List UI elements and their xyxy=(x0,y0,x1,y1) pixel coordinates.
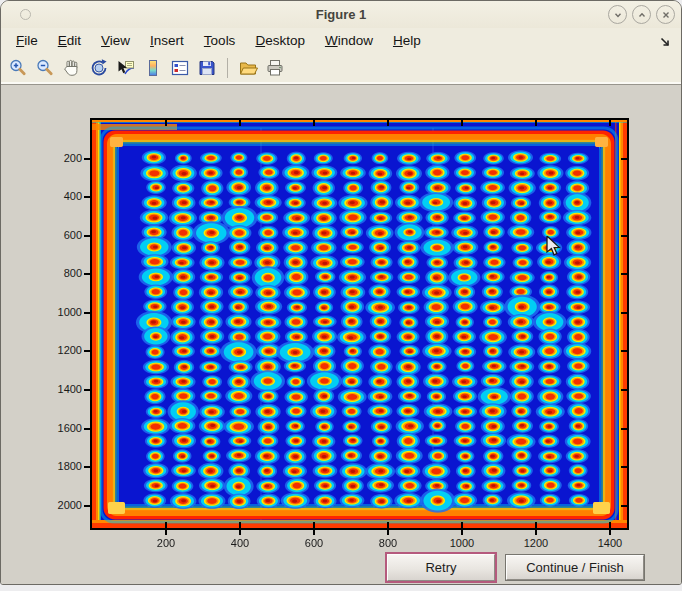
open-file-button[interactable] xyxy=(237,57,259,79)
tick-mark xyxy=(84,196,90,198)
tick-label: 1600 xyxy=(58,422,82,434)
zoom-in-button[interactable] xyxy=(7,57,29,79)
window-controls xyxy=(608,5,675,24)
pan-button[interactable] xyxy=(61,57,83,79)
tick-label: 800 xyxy=(64,268,82,280)
tick-mark xyxy=(621,273,627,275)
tick-mark xyxy=(621,235,627,237)
tick-mark xyxy=(621,428,627,430)
figure-background: 2004006008001000120014002004006008001000… xyxy=(1,84,681,585)
tick-mark xyxy=(535,120,537,126)
tick-label: 1400 xyxy=(598,537,622,549)
tick-mark xyxy=(84,235,90,237)
tick-mark xyxy=(621,505,627,507)
plot-axes: 2004006008001000120014002004006008001000… xyxy=(90,118,629,530)
tick-mark xyxy=(535,530,537,535)
tick-label: 400 xyxy=(64,191,82,203)
tick-label: 2000 xyxy=(58,499,82,511)
close-button[interactable] xyxy=(656,5,675,24)
menu-item-insert[interactable]: Insert xyxy=(140,30,194,51)
zoom-out-button[interactable] xyxy=(34,57,56,79)
tick-mark xyxy=(84,389,90,391)
title-bar[interactable]: Figure 1 xyxy=(1,1,681,28)
maximize-button[interactable] xyxy=(632,5,651,24)
tick-mark xyxy=(165,530,167,535)
tick-label: 1400 xyxy=(58,383,82,395)
tick-mark xyxy=(535,522,537,528)
save-figure-button[interactable] xyxy=(196,57,218,79)
menu-overflow-arrow-icon[interactable] xyxy=(659,34,671,52)
tick-label: 1000 xyxy=(58,306,82,318)
tick-mark xyxy=(609,530,611,535)
tick-mark xyxy=(84,505,90,507)
retry-button[interactable]: Retry xyxy=(387,554,495,581)
print-figure-button[interactable] xyxy=(264,57,286,79)
tick-mark xyxy=(239,120,241,126)
tick-mark xyxy=(621,389,627,391)
menu-item-window[interactable]: Window xyxy=(315,30,383,51)
rotate-3d-button[interactable] xyxy=(88,57,110,79)
minimize-button[interactable] xyxy=(608,5,627,24)
tick-mark xyxy=(165,120,167,126)
tick-mark xyxy=(461,530,463,535)
menu-item-help[interactable]: Help xyxy=(383,30,431,51)
continue-finish-button[interactable]: Continue / Finish xyxy=(506,555,644,580)
menu-item-tools[interactable]: Tools xyxy=(194,30,246,51)
menu-item-file[interactable]: File xyxy=(6,30,48,51)
tick-mark xyxy=(84,312,90,314)
tick-label: 200 xyxy=(64,152,82,164)
tick-mark xyxy=(313,120,315,126)
tick-mark xyxy=(239,530,241,535)
tick-label: 600 xyxy=(64,229,82,241)
tick-mark xyxy=(621,312,627,314)
tick-label: 800 xyxy=(379,537,397,549)
tick-mark xyxy=(387,522,389,528)
tick-mark xyxy=(621,196,627,198)
tick-label: 1000 xyxy=(450,537,474,549)
tick-mark xyxy=(84,428,90,430)
tick-mark xyxy=(165,522,167,528)
insert-legend-button[interactable] xyxy=(169,57,191,79)
tick-mark xyxy=(313,522,315,528)
tick-mark xyxy=(313,530,315,535)
tick-mark xyxy=(84,158,90,160)
toolbar xyxy=(1,53,681,84)
data-cursor-button[interactable] xyxy=(115,57,137,79)
tick-label: 400 xyxy=(231,537,249,549)
tick-label: 1200 xyxy=(58,345,82,357)
tick-mark xyxy=(621,350,627,352)
tick-label: 1200 xyxy=(524,537,548,549)
tick-mark xyxy=(609,522,611,528)
menu-item-desktop[interactable]: Desktop xyxy=(245,30,315,51)
window-title: Figure 1 xyxy=(1,7,681,22)
tick-mark xyxy=(609,120,611,126)
tick-mark xyxy=(84,350,90,352)
figure-window: Figure 1 FileEditViewInsertToolsDesktopW… xyxy=(0,0,682,585)
insert-colorbar-button[interactable] xyxy=(142,57,164,79)
tick-mark xyxy=(621,466,627,468)
menu-item-edit[interactable]: Edit xyxy=(48,30,91,51)
screen: Figure 1 FileEditViewInsertToolsDesktopW… xyxy=(0,0,682,591)
tick-label: 600 xyxy=(305,537,323,549)
tick-mark xyxy=(387,120,389,126)
tick-mark xyxy=(461,120,463,126)
microarray-image[interactable] xyxy=(92,120,627,528)
tick-mark xyxy=(84,466,90,468)
tick-mark xyxy=(621,158,627,160)
toolbar-separator xyxy=(227,58,228,78)
tick-label: 1800 xyxy=(58,461,82,473)
tick-mark xyxy=(387,530,389,535)
menu-bar: FileEditViewInsertToolsDesktopWindowHelp xyxy=(1,28,681,53)
tick-mark xyxy=(239,522,241,528)
tick-mark xyxy=(84,273,90,275)
menu-item-view[interactable]: View xyxy=(91,30,140,51)
tick-mark xyxy=(461,522,463,528)
tick-label: 200 xyxy=(157,537,175,549)
